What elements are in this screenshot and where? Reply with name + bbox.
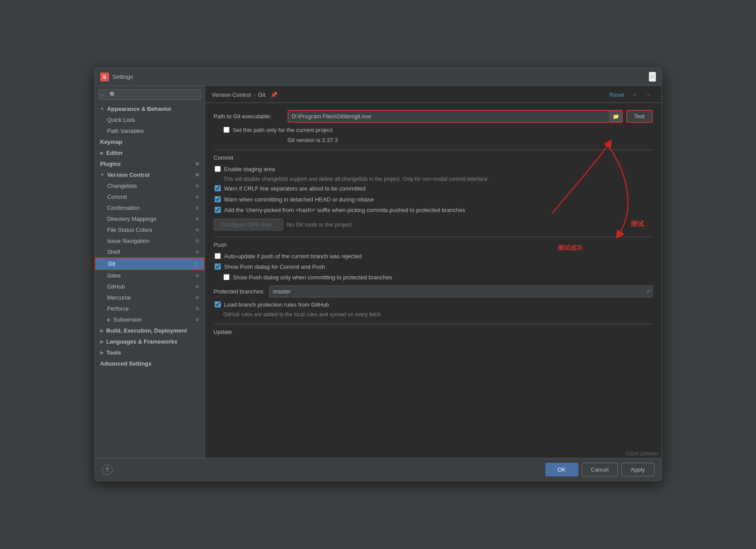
test-button[interactable]: Test (626, 110, 653, 123)
sidebar-item-label: Changelists (107, 183, 137, 189)
sidebar-item-advanced[interactable]: Advanced Settings (95, 358, 205, 369)
expand-icon: ▼ (100, 172, 105, 177)
enable-staging-row: Enable staging area (214, 165, 653, 173)
sidebar-item-filecolors[interactable]: File Status Colors ⚙ (95, 224, 205, 235)
sidebar-item-plugins[interactable]: Plugins ⚙ (95, 158, 205, 169)
sidebar-item-languages[interactable]: ▶ Languages & Frameworks (95, 336, 205, 347)
sidebar-item-label: Plugins (100, 161, 121, 167)
load-github-row: Load branch protection rules from GitHub (214, 301, 653, 309)
sidebar-item-editor[interactable]: ▶ Editor (95, 147, 205, 158)
gear-icon: ⚙ (195, 227, 199, 232)
show-push-dialog-checkbox[interactable] (215, 264, 221, 270)
sidebar-item-issuenav[interactable]: Issue Navigation ⚙ (95, 235, 205, 246)
pin-icon: 📌 (270, 92, 278, 98)
sidebar-item-label: Shelf (107, 249, 121, 255)
add-suffix-label: Add the 'cherry-picked from <hash>' suff… (224, 206, 465, 214)
close-button[interactable]: ✕ (649, 72, 656, 82)
expand-icon: ▶ (100, 350, 104, 355)
sidebar-item-label: Git (108, 260, 116, 267)
warn-crlf-checkbox[interactable] (215, 185, 221, 191)
nav-back-button[interactable]: ← (630, 90, 641, 99)
sidebar-item-confirmation[interactable]: Confirmation ⚙ (95, 202, 205, 213)
gear-icon: ⚙ (195, 284, 199, 289)
add-suffix-row: Add the 'cherry-picked from <hash>' suff… (214, 206, 653, 214)
sidebar-item-label: File Status Colors (107, 227, 153, 233)
sidebar-item-label: Build, Execution, Deployment (106, 327, 187, 334)
gear-icon: ⚙ (195, 172, 199, 177)
show-push-dialog-row: Show Push dialog for Commit and Push (214, 263, 653, 271)
sidebar-item-label: Commit (107, 194, 127, 200)
content-panel: Version Control › Git 📌 Reset ← → Path t… (205, 86, 661, 458)
configure-gpg-button[interactable]: Configure GPG Key... (214, 219, 284, 231)
content-header: Version Control › Git 📌 Reset ← → (205, 86, 661, 103)
sidebar-item-changelists[interactable]: Changelists ⚙ (95, 180, 205, 191)
warn-detached-label: Warn when committing in detached HEAD or… (224, 196, 374, 204)
github-rules-sublabel: GitHub rules are added to the local rule… (223, 311, 653, 318)
cancel-button[interactable]: Cancel (582, 463, 618, 476)
expand-icon: ▶ (100, 339, 104, 344)
protected-branches-input-wrap: ⤢ (269, 285, 653, 297)
sidebar-item-label: Confirmation (107, 205, 140, 211)
sidebar-item-github[interactable]: GitHub ⚙ (95, 281, 205, 292)
title-bar: S Settings ✕ (95, 68, 661, 86)
sidebar-item-label: Editor (106, 150, 123, 156)
gear-icon: ⚙ (195, 295, 199, 300)
expand-input-button[interactable]: ⤢ (646, 288, 651, 295)
expand-icon: ▶ (100, 328, 104, 333)
header-nav: Reset ← → (606, 90, 654, 99)
gear-icon: ⚙ (195, 194, 199, 199)
sidebar-item-vcs[interactable]: ▼ Version Control ⚙ (95, 169, 205, 180)
breadcrumb: Version Control › Git 📌 (212, 92, 606, 98)
sidebar-item-shelf[interactable]: Shelf ⚙ (95, 246, 205, 257)
sidebar-item-keymap[interactable]: Keymap (95, 136, 205, 147)
sidebar-item-build[interactable]: ▶ Build, Execution, Deployment (95, 325, 205, 336)
warn-detached-checkbox[interactable] (215, 196, 221, 202)
nav-forward-button[interactable]: → (643, 90, 654, 99)
sidebar-item-label: Advanced Settings (100, 360, 152, 367)
sidebar-item-commit[interactable]: Commit ⚙ (95, 191, 205, 202)
show-push-protected-label: Show Push dialog only when committing to… (233, 274, 392, 282)
search-box: ⌕ (99, 89, 201, 100)
expand-icon: ▶ (100, 150, 104, 155)
no-git-roots-label: No Git roots in the project (287, 219, 351, 231)
sidebar-item-subversion[interactable]: ▶ Subversion ⚙ (95, 314, 205, 325)
sidebar-item-tools[interactable]: ▶ Tools (95, 347, 205, 358)
expand-icon: ▶ (107, 317, 111, 322)
push-section-title: Push (214, 242, 653, 248)
sidebar-item-perforce[interactable]: Perforce ⚙ (95, 303, 205, 314)
sidebar-item-pathvars[interactable]: Path Variables (95, 125, 205, 136)
help-button[interactable]: ? (102, 465, 113, 475)
content-area: Version Control › Git 📌 Reset ← → Path t… (205, 86, 661, 458)
set-path-checkbox[interactable] (223, 127, 230, 133)
commit-section-title: Commit (214, 154, 653, 161)
folder-browse-button[interactable]: 📁 (610, 111, 622, 122)
auto-update-checkbox[interactable] (215, 253, 221, 259)
bottom-bar: ? OK Cancel Apply (95, 458, 661, 481)
sidebar-item-mercurial[interactable]: Mercurial ⚙ (95, 292, 205, 303)
sidebar-item-label: Version Control (107, 172, 150, 178)
load-github-checkbox[interactable] (215, 301, 221, 307)
apply-button[interactable]: Apply (621, 463, 654, 476)
sidebar-item-label: Languages & Frameworks (106, 338, 178, 345)
auto-update-row: Auto-update if push of the current branc… (214, 253, 653, 260)
reset-button[interactable]: Reset (606, 90, 628, 99)
sidebar-item-gitee[interactable]: Gitee ⚙ (95, 270, 205, 281)
sidebar-item-label: Quick Lists (107, 117, 135, 123)
sidebar-item-label: Appearance & Behavior (107, 106, 172, 112)
path-input[interactable] (289, 111, 622, 122)
sidebar-item-git[interactable]: Git ⚙ (95, 257, 205, 270)
sidebar-item-appearance[interactable]: ▼ Appearance & Behavior (95, 103, 205, 114)
add-suffix-checkbox[interactable] (215, 207, 221, 213)
breadcrumb-current: Git (258, 92, 266, 98)
show-push-protected-checkbox[interactable] (223, 274, 230, 280)
search-input[interactable] (99, 89, 201, 100)
sidebar-item-quicklists[interactable]: Quick Lists (95, 114, 205, 125)
protected-branches-input[interactable] (269, 285, 653, 297)
ok-button[interactable]: OK (545, 463, 578, 476)
enable-staging-checkbox[interactable] (215, 166, 221, 172)
sidebar-item-dirmap[interactable]: Directory Mappings ⚙ (95, 213, 205, 224)
search-icon: ⌕ (101, 92, 104, 97)
gear-icon: ⚙ (194, 261, 198, 266)
load-github-label: Load branch protection rules from GitHub (224, 301, 329, 309)
sidebar-item-label: GitHub (107, 283, 125, 290)
